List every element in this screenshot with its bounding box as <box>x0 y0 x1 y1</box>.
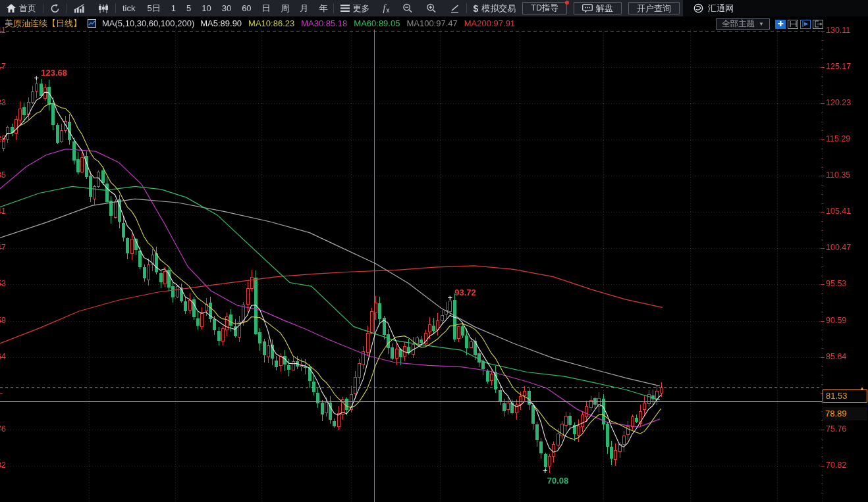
toolbar-draw[interactable] <box>443 0 466 16</box>
left-axis-clipped-text: 70.82 <box>0 461 6 470</box>
toolbar-item-label: 年 <box>319 3 328 14</box>
toolbar-more[interactable]: 更多 <box>334 0 377 16</box>
toolbar-item-label: 10 <box>202 3 211 13</box>
zoom-out-icon <box>402 3 413 13</box>
price-axis-label: 100.47 <box>826 243 851 252</box>
price-axis-label: 85.64 <box>826 352 846 361</box>
left-axis-clipped-label: 90.59 <box>0 316 6 326</box>
toolbar-account-query[interactable]: 开户查询 <box>628 2 680 14</box>
toolbar-item-label: 更多 <box>353 3 370 14</box>
toolbar-item-label: tick <box>122 3 136 13</box>
chart-type-icon[interactable] <box>88 19 96 28</box>
toolbar-item-label: 模拟交易 <box>481 3 516 14</box>
toolbar-period-1[interactable]: 1 <box>166 0 181 16</box>
left-axis-clipped-label: 120.23 <box>0 98 6 108</box>
candle-chart-icon <box>98 4 109 13</box>
toolbar-item-label: 5 <box>186 3 191 13</box>
toolbar-fx678[interactable]: 汇通网 <box>683 0 868 16</box>
secondary-price-tag: 78.89 <box>823 407 867 420</box>
toolbar-zoom-out[interactable] <box>396 0 420 16</box>
toolbar-item-label: 5日 <box>148 3 161 14</box>
left-axis-clipped-label: 105.41 <box>0 207 6 216</box>
toolbar-period-60[interactable]: 60 <box>236 0 256 16</box>
toolbar-line-chart[interactable] <box>67 0 92 16</box>
toolbar-item-label: 月 <box>300 3 309 14</box>
price-axis-label: 115.29 <box>826 134 850 143</box>
extreme-cross-marker: + <box>447 293 452 303</box>
chat-icon <box>582 4 593 13</box>
toolbar-item-label: 1 <box>171 3 176 13</box>
left-axis-clipped-text: 75.76 <box>0 424 6 434</box>
logo-icon <box>693 3 703 13</box>
price-axis-label: 75.76 <box>826 424 846 434</box>
toolbar-item-label: 30 <box>222 3 231 13</box>
ma-values: MA5:89.90MA10:86.23MA30:85.18MA60:89.05M… <box>200 18 516 28</box>
ma-value-2: MA10:86.23 <box>248 18 294 28</box>
toolbar-item-label: 首页 <box>19 3 36 14</box>
toolbar-item-label: TD指导 <box>531 3 558 14</box>
toolbar-sim-trade[interactable]: $模拟交易 <box>467 0 523 16</box>
left-axis-clipped-label: 125.17 <box>0 62 6 72</box>
toolbar-td-guide[interactable]: TD指导 <box>522 2 567 14</box>
ma-value-6: MA200:97.91 <box>464 18 515 28</box>
left-axis-clipped-text: 120.23 <box>0 98 6 107</box>
price-axis-label: 125.17 <box>826 62 851 71</box>
up-arrow-icon: ▲ <box>859 383 865 395</box>
toolbar-period-5[interactable]: 5 <box>181 0 196 16</box>
chart-controls: 全部主题 ▼ ✚ <box>716 18 823 30</box>
dollar-icon: $ <box>474 3 479 14</box>
zoom-in-icon <box>426 3 437 13</box>
left-axis-clipped-label: 75.76 <box>0 424 6 434</box>
price-axis-label: 105.41 <box>826 207 851 216</box>
ma-value-1: MA5:89.90 <box>200 18 242 28</box>
toolbar-jiepan[interactable]: 解盘 <box>574 2 622 14</box>
toolbar-period-week[interactable]: 周 <box>276 0 295 16</box>
toolbar-period-month[interactable]: 月 <box>295 0 314 16</box>
toolbar-period-year[interactable]: 年 <box>314 0 333 16</box>
fx-icon: fx <box>383 3 389 14</box>
toolbar-item-label: 日 <box>262 3 271 14</box>
chart-legend: 美原油连续【日线】 MA(5,10,30,60,100,200) MA5:89.… <box>5 18 516 29</box>
toolbar-item-label: 开户查询 <box>637 3 671 14</box>
toolbar-item-label: 60 <box>242 3 251 13</box>
left-axis-clipped-label: 95.53 <box>0 279 6 289</box>
left-axis-clipped-text: 105.41 <box>0 207 6 216</box>
extreme-price-label: 93.72 <box>454 288 476 297</box>
extreme-price-label: 123.68 <box>41 68 67 78</box>
toolbar-fx[interactable]: fx <box>377 0 396 16</box>
play-forward-icon[interactable] <box>800 20 811 29</box>
left-axis-clipped-label: 100.47 <box>0 243 6 253</box>
fit-width-icon[interactable] <box>788 20 798 29</box>
toolbar-tick[interactable]: tick <box>116 0 142 16</box>
themes-dropdown[interactable]: 全部主题 ▼ <box>716 18 770 30</box>
ma-settings: MA(5,10,30,60,100,200) <box>102 18 194 28</box>
left-axis-clipped-text: 110.35 <box>0 170 6 180</box>
toolbar-period-day[interactable]: 日 <box>257 0 276 16</box>
toolbar-period-30[interactable]: 30 <box>217 0 236 16</box>
toolbar-candle-chart[interactable] <box>92 0 115 16</box>
candlestick-chart[interactable] <box>0 0 868 502</box>
toolbar-refresh[interactable] <box>43 0 67 16</box>
toolbar-period-5d[interactable]: 5日 <box>142 0 166 16</box>
extreme-cross-marker: + <box>543 466 548 476</box>
toolbar-period-10[interactable]: 10 <box>196 0 216 16</box>
left-axis-clipped-label: 110.35 <box>0 170 6 180</box>
toolbar-item-label: 汇通网 <box>708 3 734 14</box>
left-axis-clipped-text: 100.47 <box>0 243 6 252</box>
home-icon <box>7 4 16 13</box>
ma-value-3: MA30:85.18 <box>301 18 347 28</box>
price-axis-label: 120.23 <box>826 98 851 107</box>
toolbar-home[interactable]: 首页 <box>0 0 43 16</box>
symbol-title: 美原油连续【日线】 <box>5 18 82 30</box>
left-axis-clipped-label: 115.29 <box>0 134 6 144</box>
left-axis-clipped-text: 115.29 <box>0 134 6 143</box>
price-axis-label: 70.82 <box>826 461 846 470</box>
shift-right-icon[interactable] <box>813 20 823 29</box>
ma-value-5: MA100:97.47 <box>406 18 457 28</box>
line-chart-icon <box>74 4 85 13</box>
current-price-value: 81.53 <box>826 391 848 401</box>
trading-app: 首页tick5日15103060日周月年更多fx$模拟交易TD指导解盘开户查询汇… <box>0 0 868 502</box>
pan-icon[interactable]: ✚ <box>775 20 786 29</box>
toolbar-zoom-in[interactable] <box>420 0 443 16</box>
left-axis-clipped-label: 85.64 <box>0 352 6 362</box>
